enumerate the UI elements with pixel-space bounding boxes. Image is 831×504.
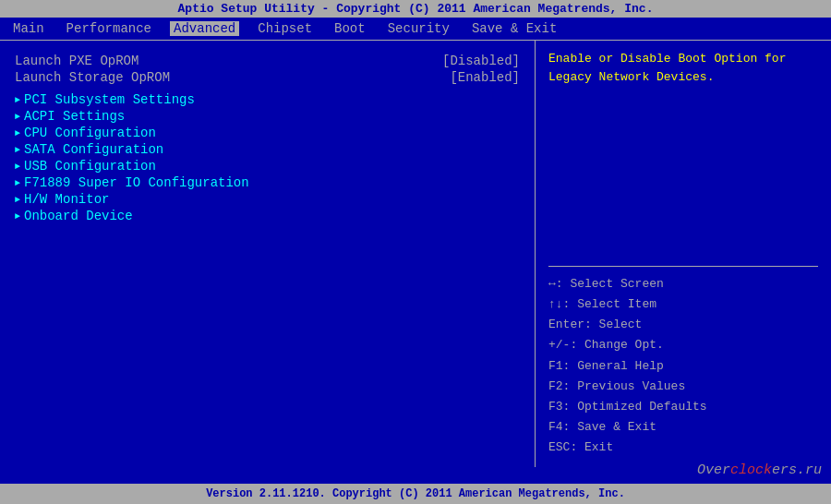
shortcut-item: +/-: Change Opt. — [548, 335, 818, 355]
nav-arrow: ► — [15, 95, 20, 105]
nav-arrow: ► — [15, 145, 20, 155]
shortcut-item: ESC: Exit — [548, 438, 818, 458]
nav-arrow: ► — [15, 128, 20, 138]
shortcut-item: F2: Previous Values — [548, 377, 818, 397]
menu-item-performance[interactable]: Performance — [63, 21, 155, 36]
shortcut-item: ↔: Select Screen — [548, 274, 818, 294]
main-content: Launch PXE OpROM[Disabled]Launch Storage… — [0, 41, 831, 467]
menu-bar: MainPerformanceAdvancedChipsetBootSecuri… — [0, 18, 831, 41]
nav-arrow: ► — [15, 178, 20, 188]
menu-item-security[interactable]: Security — [384, 21, 453, 36]
setting-row: Launch PXE OpROM[Disabled] — [15, 54, 520, 68]
nav-item-h/w-monitor[interactable]: ►H/W Monitor — [15, 192, 520, 207]
keyboard-shortcuts: ↔: Select Screen↑↓: Select ItemEnter: Se… — [548, 274, 818, 458]
nav-arrow: ► — [15, 211, 20, 222]
footer-text: Version 2.11.1210. Copyright (C) 2011 Am… — [206, 487, 625, 500]
shortcut-item: ↑↓: Select Item — [548, 294, 818, 315]
right-panel-inner: Enable or Disable Boot Option for Legacy… — [548, 50, 818, 458]
nav-arrow: ► — [15, 112, 20, 122]
help-section: Enable or Disable Boot Option for Legacy… — [548, 50, 818, 267]
nav-label: SATA Configuration — [24, 142, 163, 157]
setting-label: Launch PXE OpROM — [15, 54, 138, 68]
menu-item-save_exit[interactable]: Save & Exit — [468, 21, 560, 36]
menu-item-main[interactable]: Main — [9, 21, 48, 36]
nav-label: F71889 Super IO Configuration — [24, 175, 249, 190]
nav-label: Onboard Device — [24, 209, 133, 223]
help-text: Enable or Disable Boot Option for Legacy… — [548, 50, 818, 86]
shortcut-item: F4: Save & Exit — [548, 417, 818, 438]
nav-label: PCI Subsystem Settings — [24, 92, 195, 107]
setting-value: [Enabled] — [450, 70, 520, 85]
shortcut-item: F3: Optimized Defaults — [548, 397, 818, 417]
right-panel: Enable or Disable Boot Option for Legacy… — [536, 41, 831, 467]
watermark: Overclockers.ru — [697, 462, 822, 478]
menu-item-chipset[interactable]: Chipset — [254, 21, 316, 36]
setting-label: Launch Storage OpROM — [15, 70, 170, 85]
menu-item-advanced[interactable]: Advanced — [170, 21, 239, 36]
nav-container: ►PCI Subsystem Settings►ACPI Settings►CP… — [15, 92, 520, 223]
nav-item-pci-subsystem-settings[interactable]: ►PCI Subsystem Settings — [15, 92, 520, 107]
nav-item-f71889-super-io-configuration[interactable]: ►F71889 Super IO Configuration — [15, 175, 520, 190]
footer: Version 2.11.1210. Copyright (C) 2011 Am… — [0, 484, 831, 504]
nav-label: USB Configuration — [24, 159, 156, 174]
title-text: Aptio Setup Utility - Copyright (C) 2011… — [178, 2, 654, 16]
nav-arrow: ► — [15, 195, 20, 205]
nav-label: ACPI Settings — [24, 109, 125, 124]
nav-item-onboard-device[interactable]: ►Onboard Device — [15, 209, 520, 223]
shortcut-item: F1: General Help — [548, 356, 818, 377]
nav-item-cpu-configuration[interactable]: ►CPU Configuration — [15, 126, 520, 140]
nav-label: H/W Monitor — [24, 192, 109, 207]
nav-item-acpi-settings[interactable]: ►ACPI Settings — [15, 109, 520, 124]
nav-item-usb-configuration[interactable]: ►USB Configuration — [15, 159, 520, 174]
title-bar: Aptio Setup Utility - Copyright (C) 2011… — [0, 0, 831, 18]
nav-item-sata-configuration[interactable]: ►SATA Configuration — [15, 142, 520, 157]
nav-arrow: ► — [15, 162, 20, 172]
setting-row: Launch Storage OpROM[Enabled] — [15, 70, 520, 85]
nav-label: CPU Configuration — [24, 126, 156, 140]
left-panel: Launch PXE OpROM[Disabled]Launch Storage… — [0, 41, 536, 467]
settings-container: Launch PXE OpROM[Disabled]Launch Storage… — [15, 54, 520, 85]
shortcut-item: Enter: Select — [548, 315, 818, 335]
setting-value: [Disabled] — [442, 54, 520, 68]
menu-item-boot[interactable]: Boot — [331, 21, 369, 36]
